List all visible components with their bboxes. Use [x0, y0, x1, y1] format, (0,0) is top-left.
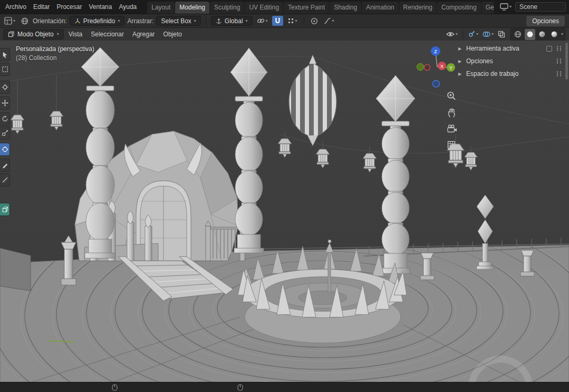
- axis-neg-z-ball[interactable]: [433, 81, 440, 87]
- workspace-tab-sculpting[interactable]: Sculpting: [210, 2, 244, 14]
- globe-icon[interactable]: [20, 16, 30, 26]
- view-name-label: Personalizada (perspectiva): [16, 45, 94, 54]
- tool-cursor[interactable]: [0, 81, 10, 94]
- gizmo-toggle-icon[interactable]: ▾: [466, 30, 480, 40]
- workspace-tab-uv-editing[interactable]: UV Editing: [245, 2, 283, 14]
- viewport-header: Modo Objeto ▾ Vista Seleccionar Agregar …: [0, 27, 569, 41]
- menu-objeto[interactable]: Objeto: [160, 29, 186, 40]
- chevron-down-icon: ▾: [118, 19, 120, 23]
- editor-type-icon[interactable]: ▾: [3, 16, 17, 26]
- menu-archivo[interactable]: Archivo: [2, 2, 30, 12]
- expand-arrow-icon: ▶: [458, 46, 462, 51]
- orientation-label: Orientación:: [33, 17, 67, 25]
- mode-dropdown[interactable]: Modo Objeto ▾: [3, 29, 64, 40]
- panel-section-label: Herramienta activa: [466, 45, 519, 52]
- overlays-toggle-icon[interactable]: ▾: [481, 30, 495, 40]
- left-toolbar: [0, 41, 11, 382]
- axis-x-label: X: [440, 64, 443, 69]
- chevron-down-icon: ▾: [13, 19, 15, 23]
- axis-neg-y-ball[interactable]: [417, 64, 424, 71]
- tool-annotate[interactable]: [0, 159, 10, 172]
- drag-grip-icon[interactable]: [555, 45, 563, 52]
- chevron-down-icon: ▾: [476, 32, 478, 36]
- tool-rotate[interactable]: [0, 112, 10, 125]
- tool-transform-active[interactable]: [0, 143, 10, 156]
- crystal-pillar-2[interactable]: [230, 48, 267, 253]
- drag-mode-value: Select Box: [161, 17, 191, 25]
- scene-name-field[interactable]: Scene: [515, 2, 566, 12]
- shading-solid-icon[interactable]: [526, 30, 534, 40]
- workspace-tab-texture-paint[interactable]: Texture Paint: [284, 2, 329, 14]
- drag-grip-icon[interactable]: [555, 71, 563, 77]
- divider: [304, 17, 304, 25]
- panel-section-active-tool[interactable]: ▶ Herramienta activa: [458, 42, 563, 55]
- tool-tweak-select[interactable]: [0, 48, 10, 61]
- arena-post: [328, 251, 331, 292]
- transform-orientation-dropdown[interactable]: Global ▾: [211, 16, 253, 26]
- panel-section-label: Opciones: [466, 57, 493, 65]
- workspace-tab-animation[interactable]: Animation: [362, 2, 398, 14]
- shading-wireframe-icon[interactable]: [513, 30, 523, 40]
- camera-icon[interactable]: [446, 123, 457, 134]
- chevron-down-icon: ▾: [194, 19, 196, 23]
- chevron-down-icon: ▾: [266, 19, 268, 23]
- tool-select-box[interactable]: [0, 63, 10, 76]
- viewport-3d[interactable]: Personalizada (perspectiva) (28) Collect…: [0, 41, 569, 382]
- menu-editar[interactable]: Editar: [30, 2, 53, 12]
- panel-section-options[interactable]: ▶ Opciones: [458, 55, 563, 67]
- shading-rendered-icon[interactable]: [549, 30, 560, 40]
- viewport-scrollbar[interactable]: [565, 43, 568, 80]
- falloff-curve-icon[interactable]: ▾: [322, 16, 336, 26]
- shading-material-icon[interactable]: [537, 30, 547, 40]
- chevron-down-icon: ▾: [509, 5, 512, 9]
- tool-scale[interactable]: [0, 126, 10, 140]
- orientation-dropdown[interactable]: Predefinido ▾: [70, 16, 125, 26]
- magnet-icon[interactable]: [272, 16, 283, 26]
- axis-neg-x-ball[interactable]: [425, 65, 430, 71]
- divider: [462, 30, 463, 38]
- tool-add-cube[interactable]: [0, 203, 10, 216]
- status-bar: [0, 382, 569, 392]
- viewport-scene[interactable]: [0, 41, 569, 382]
- chevron-down-icon: ▾: [332, 19, 334, 23]
- options-button[interactable]: Opciones: [526, 16, 565, 26]
- link-icon[interactable]: ▾: [255, 16, 269, 26]
- zoom-icon[interactable]: [446, 90, 457, 102]
- menu-ventana[interactable]: Ventana: [85, 2, 115, 12]
- xray-icon[interactable]: [496, 30, 507, 40]
- drag-mode-dropdown[interactable]: Select Box ▾: [156, 16, 200, 26]
- snap-grid-icon[interactable]: ▾: [286, 16, 299, 26]
- shading-solid-active-highlight: [525, 29, 535, 40]
- hand-icon[interactable]: [446, 106, 457, 118]
- workspace-tab-geometry-nodes[interactable]: Geon: [481, 2, 494, 14]
- panel-section-workspace[interactable]: ▶ Espacio de trabajo: [458, 67, 563, 80]
- navigation-gizmo[interactable]: Z X Y: [416, 44, 460, 88]
- proportional-circle-icon[interactable]: [309, 16, 320, 26]
- menu-agregar[interactable]: Agregar: [129, 29, 159, 40]
- object-mode-icon: [8, 31, 14, 37]
- workspace-tab-rendering[interactable]: Rendering: [399, 2, 437, 14]
- collection-label: (28) Collection: [16, 54, 94, 63]
- scene-selector: ▾ Scene: [498, 0, 566, 14]
- menu-procesar[interactable]: Procesar: [53, 2, 85, 12]
- axis-z-label: Z: [434, 49, 437, 54]
- divider: [206, 17, 206, 25]
- tool-move[interactable]: [0, 96, 10, 110]
- menu-seleccionar[interactable]: Seleccionar: [87, 29, 128, 40]
- chevron-down-icon: ▾: [295, 19, 297, 23]
- workspace-tab-layout[interactable]: Layout: [147, 2, 175, 14]
- chevron-down-icon: ▾: [561, 32, 563, 36]
- drag-grip-icon[interactable]: [555, 58, 563, 64]
- tool-measure[interactable]: [0, 173, 10, 187]
- workspace-tabs: Layout Modeling Sculpting UV Editing Tex…: [147, 0, 494, 14]
- screen-icon[interactable]: ▾: [498, 2, 513, 12]
- workspace-tab-compositing[interactable]: Compositing: [437, 2, 481, 14]
- menu-ayuda[interactable]: Ayuda: [115, 2, 140, 12]
- ortho-grid-icon[interactable]: [446, 139, 457, 151]
- panel-thumb-icon: [546, 46, 552, 52]
- workspace-tab-shading[interactable]: Shading: [330, 2, 361, 14]
- menu-vista[interactable]: Vista: [65, 29, 86, 40]
- eye-icon[interactable]: ▾: [445, 30, 459, 40]
- workspace-tab-modeling[interactable]: Modeling: [175, 2, 209, 14]
- panel-section-label: Espacio de trabajo: [466, 70, 518, 77]
